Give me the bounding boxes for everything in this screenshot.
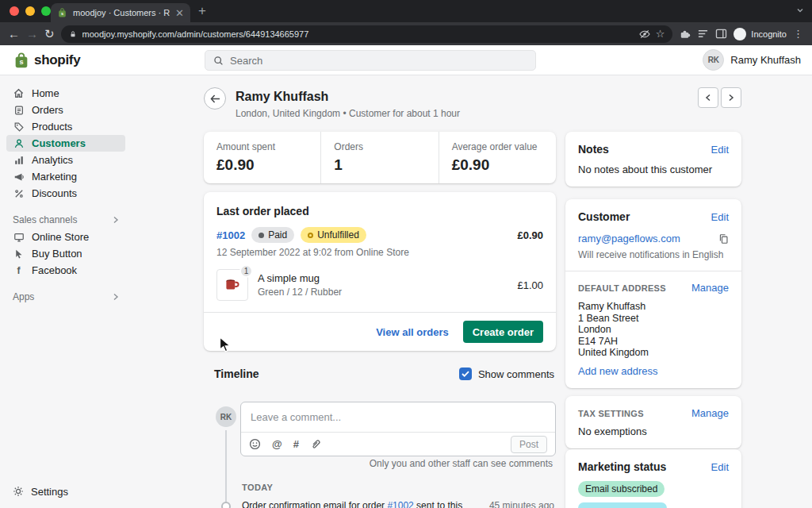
apps-label: Apps — [13, 291, 34, 302]
customer-stats-card: Amount spent £0.90 Orders 1 Average orde… — [204, 132, 556, 183]
extensions-puzzle-icon[interactable] — [679, 28, 691, 40]
side-panel-icon[interactable] — [715, 29, 727, 39]
customer-email-link[interactable]: ramy@pageflows.com — [578, 233, 680, 244]
address-line: United Kingdom — [578, 347, 729, 359]
sidebar-item-products[interactable]: Products — [6, 118, 125, 135]
profile-icon — [733, 28, 746, 40]
show-comments-checkbox[interactable] — [459, 368, 472, 380]
order-date-line: 12 September 2022 at 9:02 from Online St… — [216, 247, 543, 258]
sidebar-item-label: Facebook — [32, 264, 77, 276]
sidebar-item-discounts[interactable]: Discounts — [6, 185, 125, 202]
timeline-line — [225, 430, 227, 508]
quantity-badge: 1 — [239, 264, 253, 278]
tax-settings-label: TAX SETTINGS — [578, 409, 644, 418]
shopify-logo[interactable]: s shopify — [13, 51, 80, 70]
url-text: moodjoy.myshopify.com/admin/customers/64… — [82, 29, 634, 39]
reading-list-icon[interactable] — [697, 29, 709, 39]
stat-amount-spent: Amount spent £0.90 — [204, 132, 320, 183]
shopify-topbar: s shopify Search RK Ramy Khuffash — [0, 45, 812, 75]
svg-text:s: s — [61, 11, 63, 16]
edit-marketing-button[interactable]: Edit — [711, 461, 729, 473]
comment-input[interactable]: Leave a comment... — [241, 402, 555, 432]
sidebar-item-settings[interactable]: Settings — [6, 483, 125, 500]
sidebar-item-customers[interactable]: Customers — [6, 135, 125, 152]
global-search-input[interactable]: Search — [205, 50, 536, 71]
sales-channels-header[interactable]: Sales channels — [0, 211, 132, 229]
discount-percent-icon — [13, 188, 25, 199]
stat-label: Average order value — [452, 141, 543, 152]
sidebar-item-analytics[interactable]: Analytics — [6, 152, 125, 168]
reload-button[interactable]: ↻ — [44, 28, 55, 40]
unfulfilled-dot-icon — [308, 233, 313, 238]
address-bar[interactable]: moodjoy.myshopify.com/admin/customers/64… — [61, 25, 673, 43]
zoom-window-button[interactable] — [41, 6, 51, 16]
timeline-event-dot — [221, 502, 231, 508]
email-subscribed-badge: Email subscribed — [578, 481, 665, 497]
show-comments-control[interactable]: Show comments — [459, 368, 554, 380]
apps-header[interactable]: Apps — [0, 288, 132, 306]
tab-close-icon[interactable]: ✕ — [175, 8, 184, 18]
sidebar-item-label: Marketing — [32, 171, 77, 183]
unfulfilled-badge: Unfulfilled — [301, 227, 366, 243]
content-column: Amount spent £0.90 Orders 1 Average orde… — [204, 76, 556, 508]
password-eye-off-icon[interactable] — [639, 29, 650, 39]
chevron-right-icon — [113, 293, 119, 301]
address-line: 1 Bean Street — [578, 313, 729, 325]
new-tab-button[interactable]: + — [198, 2, 206, 20]
view-all-orders-button[interactable]: View all orders — [376, 326, 449, 338]
browser-tab[interactable]: s moodjoy · Customers · Ramy K ✕ — [51, 3, 190, 22]
check-icon — [462, 371, 469, 377]
manage-address-button[interactable]: Manage — [691, 282, 729, 294]
comment-box[interactable]: Leave a comment... @ # Post — [240, 402, 556, 456]
sidebar-item-label: Products — [32, 121, 72, 133]
gear-icon — [13, 486, 24, 497]
sidebar-item-home[interactable]: Home — [6, 85, 125, 102]
svg-text:s: s — [19, 59, 23, 67]
product-price: £1.00 — [517, 279, 543, 291]
attachment-icon[interactable] — [310, 438, 321, 450]
sidebar-item-buy-button[interactable]: Buy Button — [6, 245, 125, 262]
shopify-wordmark: shopify — [34, 52, 80, 68]
hashtag-icon[interactable]: # — [293, 438, 299, 450]
order-number-link[interactable]: #1002 — [216, 229, 245, 241]
sidebar-item-facebook[interactable]: f Facebook — [6, 262, 125, 279]
shopify-bag-icon: s — [13, 51, 30, 70]
post-comment-button[interactable]: Post — [511, 436, 547, 453]
search-placeholder: Search — [230, 55, 262, 67]
stat-average-order-value: Average order value £0.90 — [439, 132, 556, 183]
emoji-icon[interactable] — [249, 438, 261, 450]
tax-body: No exemptions — [578, 425, 729, 437]
edit-customer-button[interactable]: Edit — [711, 211, 729, 223]
minimize-window-button[interactable] — [25, 6, 35, 16]
order-line-item: 1 A simple mug Green / 12 / Rubber £1.00 — [216, 269, 543, 301]
close-window-button[interactable] — [10, 6, 19, 16]
home-icon — [13, 87, 25, 99]
customer-card: Customer Edit ramy@pageflows.com Will re… — [565, 199, 741, 388]
edit-notes-button[interactable]: Edit — [711, 144, 729, 156]
sidebar-item-online-store[interactable]: Online Store — [6, 229, 125, 245]
event-order-link[interactable]: #1002 — [387, 500, 413, 508]
copy-icon[interactable] — [718, 233, 729, 244]
notes-title: Notes — [578, 143, 609, 156]
sidebar-item-label: Orders — [32, 104, 63, 116]
incognito-badge[interactable]: Incognito — [733, 28, 787, 40]
address-line: Ramy Khuffash — [578, 301, 729, 313]
browser-menu-icon[interactable]: ⋮ — [793, 28, 804, 40]
sidebar-item-label: Customers — [32, 137, 86, 149]
notes-card: Notes Edit No notes about this customer — [565, 132, 741, 187]
address-line: London — [578, 324, 729, 336]
forward-button[interactable]: → — [26, 28, 38, 40]
back-button[interactable]: ← — [8, 28, 20, 40]
sidebar-item-marketing[interactable]: Marketing — [6, 168, 125, 185]
bookmark-star-icon[interactable]: ☆ — [656, 28, 665, 40]
order-total: £0.90 — [517, 229, 543, 241]
mention-icon[interactable]: @ — [272, 438, 282, 450]
sidebar-item-orders[interactable]: Orders — [6, 102, 125, 118]
manage-tax-button[interactable]: Manage — [691, 407, 729, 419]
add-new-address-button[interactable]: Add new address — [578, 365, 657, 377]
marketing-status-title: Marketing status — [578, 460, 666, 473]
user-menu[interactable]: RK Ramy Khuffash — [703, 49, 801, 71]
tab-list-chevron-icon[interactable] — [796, 6, 804, 14]
sidebar-nav: Home Orders Products Customers Analytics… — [0, 76, 132, 508]
create-order-button[interactable]: Create order — [463, 321, 543, 343]
